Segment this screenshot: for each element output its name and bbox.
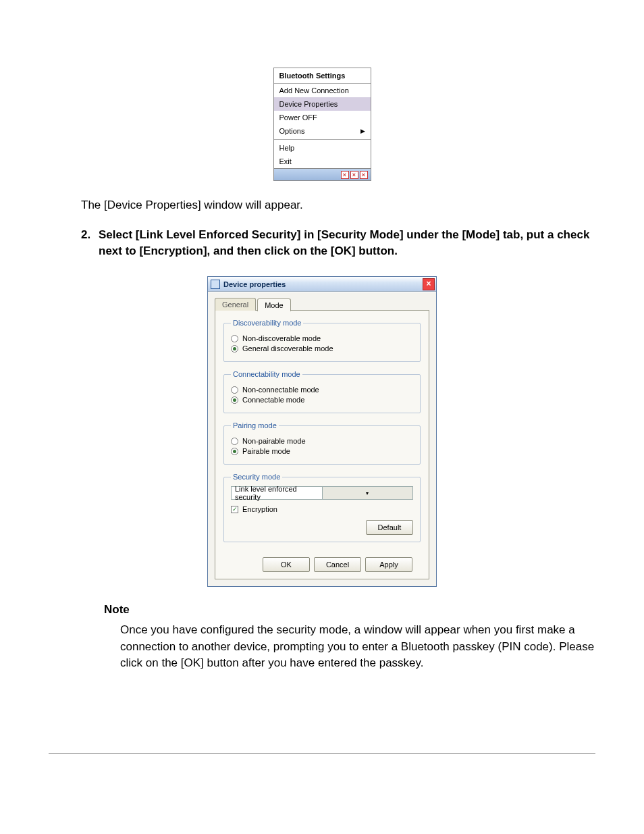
tray-close-icon: ×: [350, 171, 358, 179]
group-legend: Security mode: [231, 473, 282, 481]
group-security: Security mode Link level enforced securi…: [223, 473, 421, 542]
chevron-down-icon[interactable]: ▾: [322, 487, 413, 499]
radio-general-discoverable[interactable]: [231, 345, 238, 353]
menu-item-label: Add New Connection: [279, 86, 349, 95]
app-icon: [211, 280, 220, 289]
checkbox-label: Encryption: [242, 505, 277, 513]
combo-value: Link level enforced security: [232, 485, 322, 501]
radio-label: Connectable mode: [242, 396, 304, 404]
radio-non-pairable[interactable]: [231, 438, 238, 445]
tray-close-icon: ×: [341, 171, 349, 179]
menu-item-add-connection[interactable]: Add New Connection: [274, 84, 371, 97]
system-tray: × × ×: [274, 168, 371, 180]
menu-item-exit[interactable]: Exit: [274, 155, 371, 168]
menu-item-label: Power OFF: [279, 113, 317, 122]
radio-label: Pairable mode: [242, 447, 290, 455]
ok-button[interactable]: OK: [263, 557, 310, 572]
menu-separator: [274, 139, 371, 140]
menu-item-label: Help: [279, 144, 295, 152]
radio-label: Non-discoverable mode: [242, 334, 321, 342]
menu-item-device-properties[interactable]: Device Properties: [274, 97, 371, 111]
radio-label: Non-connectable mode: [242, 386, 319, 394]
note-heading: Note: [104, 603, 595, 617]
security-mode-combo[interactable]: Link level enforced security ▾: [231, 486, 413, 500]
group-connectability: Connectability mode Non-connectable mode…: [223, 370, 421, 413]
radio-non-discoverable[interactable]: [231, 335, 238, 342]
tab-mode[interactable]: Mode: [257, 298, 291, 311]
submenu-arrow-icon: ▶: [360, 128, 365, 134]
tab-general[interactable]: General: [215, 298, 256, 311]
paragraph: The [Device Properties] window will appe…: [81, 197, 595, 213]
step-number: 2.: [81, 227, 99, 260]
encryption-checkbox[interactable]: [231, 506, 238, 513]
context-menu: Bluetooth Settings Add New Connection De…: [273, 68, 371, 181]
note-body: Once you have configured the security mo…: [120, 622, 595, 672]
step-2: 2. Select [Link Level Enforced Security]…: [81, 227, 595, 260]
step-text: Select [Link Level Enforced Security] in…: [99, 227, 595, 260]
group-legend: Discoverability mode: [231, 319, 303, 327]
page-footer-rule: [49, 753, 595, 754]
menu-item-label: Device Properties: [279, 100, 338, 108]
apply-button[interactable]: Apply: [365, 557, 412, 572]
cancel-button[interactable]: Cancel: [314, 557, 361, 572]
context-menu-title: Bluetooth Settings: [274, 68, 371, 84]
group-legend: Pairing mode: [231, 421, 279, 429]
titlebar: Device properties ×: [208, 277, 436, 292]
menu-item-options[interactable]: Options ▶: [274, 124, 371, 138]
tray-close-icon: ×: [360, 171, 368, 179]
radio-label: General discoverable mode: [242, 344, 333, 353]
tab-pane-mode: Discoverability mode Non-discoverable mo…: [215, 310, 429, 579]
radio-connectable[interactable]: [231, 396, 238, 404]
menu-item-power-off[interactable]: Power OFF: [274, 111, 371, 124]
default-button[interactable]: Default: [366, 520, 413, 535]
menu-item-help[interactable]: Help: [274, 141, 371, 155]
radio-label: Non-pairable mode: [242, 437, 306, 445]
radio-non-connectable[interactable]: [231, 386, 238, 394]
close-button[interactable]: ×: [423, 278, 435, 290]
group-legend: Connectability mode: [231, 370, 302, 378]
menu-item-label: Exit: [279, 157, 292, 165]
dialog-title: Device properties: [223, 280, 423, 288]
menu-item-label: Options: [279, 127, 305, 135]
group-pairing: Pairing mode Non-pairable mode Pairable …: [223, 421, 421, 465]
radio-pairable[interactable]: [231, 448, 238, 455]
group-discoverability: Discoverability mode Non-discoverable mo…: [223, 319, 421, 362]
device-properties-dialog: Device properties × General Mode Discove…: [207, 276, 437, 587]
